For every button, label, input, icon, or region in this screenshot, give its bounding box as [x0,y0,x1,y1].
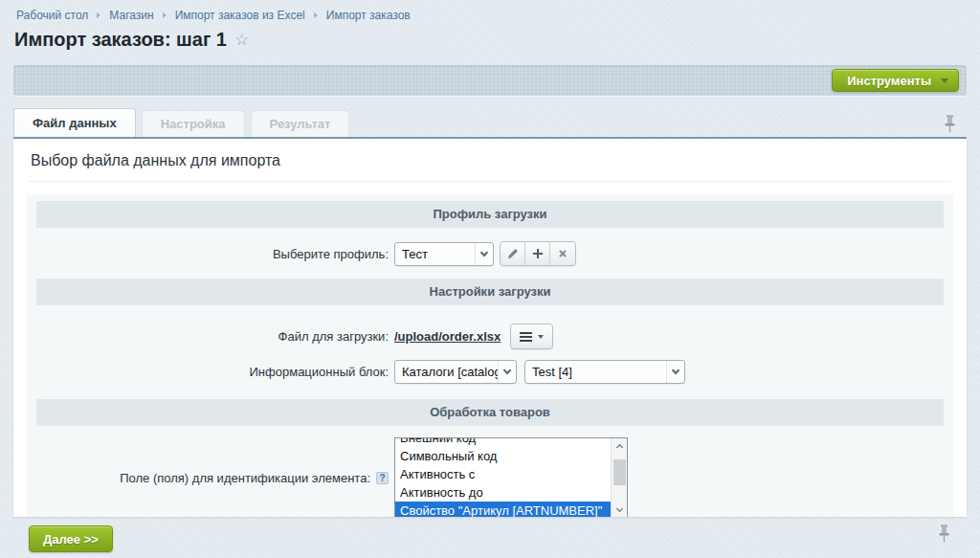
breadcrumb: Рабочий стол Магазин Импорт заказов из E… [16,9,411,22]
iblock-label: Информационный блок: [27,365,394,379]
import-form: Профиль загрузки Выберите профиль: Тест [27,195,953,517]
file-label: Файл для загрузки: [27,329,394,344]
favorite-star-icon[interactable]: ☆ [234,30,249,50]
scrollbar-thumb[interactable] [613,459,626,485]
file-link[interactable]: /upload/order.xlsx [394,329,501,344]
plus-icon [532,248,544,259]
select-arrow [498,361,516,383]
listbox-options: Внешний код Символьный код Активность с … [395,437,611,517]
chevron-down-icon [941,78,948,83]
iblock-row: Информационный блок: Каталоги [catalog] … [27,360,953,384]
section-heading: Выбор файла данных для импорта [29,139,951,182]
processing-section-header: Обработка товаров [36,399,944,426]
content-panel: Выбор файла данных для импорта Профиль з… [13,139,967,517]
tools-button-label: Инструменты [847,74,931,88]
help-icon[interactable]: ? [376,472,389,484]
breadcrumb-separator-icon [97,12,100,18]
breadcrumb-link-import-excel[interactable]: Импорт заказов из Excel [175,9,305,22]
listbox-option-selected[interactable]: Свойство "Артикул [ARTNUMBER]" [395,502,611,517]
edit-profile-button[interactable] [501,242,525,265]
id-field-label: Поле (поля) для идентификации элемента: [120,471,370,485]
wizard-tabs: Файл данных Настройка Результат [13,108,349,137]
next-button-label: Далее >> [43,532,99,547]
pin-icon[interactable] [938,525,950,543]
breadcrumb-separator-icon [163,12,167,18]
profile-section-header: Профиль загрузки [36,201,944,228]
listbox-option[interactable]: Активность с [395,465,611,483]
file-row: Файл для загрузки: /upload/order.xlsx [27,305,953,349]
breadcrumb-link-shop[interactable]: Магазин [109,9,153,22]
iblock-value: Test [4] [525,361,666,383]
hamburger-icon [520,332,532,342]
breadcrumb-separator-icon [314,12,318,18]
profile-select[interactable]: Тест [394,242,494,266]
file-menu-button[interactable] [510,324,553,349]
listbox-option[interactable]: Внешний код [395,437,611,447]
delete-profile-button[interactable] [550,242,575,265]
pin-icon[interactable] [944,115,956,133]
profile-select-label: Выберите профиль: [27,247,394,261]
settings-section-header: Настройки загрузки [36,279,944,305]
scroll-up-icon[interactable] [612,439,628,453]
toolbar: Инструменты [13,65,967,96]
chevron-down-icon [503,367,511,374]
tab-result: Результат [251,110,350,137]
iblock-type-select[interactable]: Каталоги [catalog] [394,360,517,384]
chevron-down-icon [480,248,488,256]
page-title: Импорт заказов: шаг 1 ☆ [14,29,249,51]
listbox-option[interactable]: Активность до [395,483,611,502]
pencil-icon [506,248,519,260]
identification-row: Поле (поля) для идентификации элемента: … [27,426,953,517]
tools-button[interactable]: Инструменты [832,69,959,92]
breadcrumb-link-desktop[interactable]: Рабочий стол [16,9,88,22]
add-profile-button[interactable] [525,242,550,265]
tab-settings: Настройка [142,110,245,137]
select-arrow [475,243,493,265]
profile-actions [500,241,576,266]
page-title-text: Импорт заказов: шаг 1 [14,29,227,51]
profile-select-value: Тест [395,243,475,265]
breadcrumb-link-import-orders[interactable]: Импорт заказов [326,9,411,22]
chevron-down-icon [672,367,679,374]
listbox-scrollbar[interactable] [611,438,627,517]
next-button[interactable]: Далее >> [29,525,113,552]
scroll-down-icon[interactable] [612,502,628,516]
select-arrow [666,361,684,383]
x-icon [557,248,568,259]
listbox-option[interactable]: Символьный код [395,447,611,465]
tab-data-file[interactable]: Файл данных [13,108,136,137]
iblock-type-value: Каталоги [catalog] [395,361,498,383]
profile-row: Выберите профиль: Тест [27,228,953,279]
id-fields-listbox[interactable]: Внешний код Символьный код Активность с … [394,437,628,517]
chevron-down-icon [538,335,544,339]
iblock-select[interactable]: Test [4] [524,360,685,384]
